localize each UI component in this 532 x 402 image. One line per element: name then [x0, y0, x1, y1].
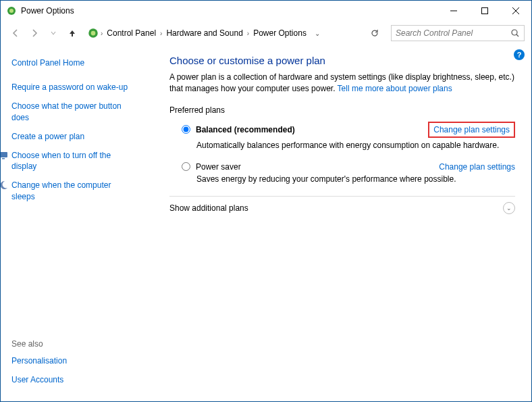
sidebar-require-password[interactable]: Require a password on wake-up	[11, 82, 133, 93]
show-additional-label: Show additional plans	[169, 203, 503, 213]
see-also-label: See also	[11, 339, 133, 349]
forward-button[interactable]	[26, 25, 43, 41]
plan-powersaver-radio-label[interactable]: Power saver	[182, 162, 439, 172]
plan-balanced-change-link[interactable]: Change plan settings	[428, 122, 515, 138]
minimize-button[interactable]	[438, 1, 469, 21]
plan-balanced-radio-label[interactable]: Balanced (recommended)	[182, 125, 428, 134]
see-also-user-accounts[interactable]: User Accounts	[11, 374, 133, 385]
chevron-right-icon[interactable]: ›	[246, 30, 250, 37]
svg-rect-3	[482, 8, 488, 14]
search-icon[interactable]	[510, 28, 520, 38]
see-also-personalisation[interactable]: Personalisation	[11, 355, 133, 366]
sleep-icon	[0, 180, 9, 191]
sidebar-sleep[interactable]: Change when the computer sleeps	[11, 180, 133, 201]
preferred-plans-label: Preferred plans	[169, 105, 515, 115]
plan-powersaver: Power saver Change plan settings Saves e…	[182, 162, 515, 184]
svg-point-8	[512, 30, 517, 35]
power-options-icon	[87, 27, 99, 39]
plan-balanced-radio[interactable]	[182, 125, 190, 134]
address-dropdown[interactable]: ⌄	[312, 30, 323, 37]
show-additional-plans[interactable]: Show additional plans ⌄	[169, 196, 515, 214]
sidebar-display-off[interactable]: Choose when to turn off the display	[11, 150, 133, 172]
plan-powersaver-desc: Saves energy by reducing your computer's…	[196, 174, 515, 184]
close-button[interactable]	[500, 1, 531, 21]
main-panel: ? Choose or customise a power plan A pow…	[144, 45, 531, 401]
plan-powersaver-change-link[interactable]: Change plan settings	[439, 162, 515, 172]
svg-rect-10	[0, 152, 7, 157]
svg-rect-11	[2, 158, 5, 159]
breadcrumb-root[interactable]: Control Panel	[104, 28, 159, 38]
plan-balanced-desc: Automatically balances performance with …	[196, 141, 515, 150]
help-icon[interactable]: ?	[514, 49, 525, 60]
navbar: › Control Panel › Hardware and Sound › P…	[1, 21, 531, 45]
display-off-icon	[0, 150, 9, 161]
page-description: A power plan is a collection of hardware…	[169, 72, 515, 95]
chevron-right-icon[interactable]: ›	[99, 30, 104, 37]
sidebar: Control Panel Home Require a password on…	[1, 45, 144, 401]
plan-balanced: Balanced (recommended) Change plan setti…	[182, 122, 515, 150]
window-title: Power Options	[21, 6, 438, 16]
breadcrumb-mid[interactable]: Hardware and Sound	[163, 28, 245, 38]
svg-point-7	[91, 31, 96, 36]
sidebar-power-button[interactable]: Choose what the power button does	[11, 101, 133, 122]
titlebar: Power Options	[1, 1, 531, 21]
plan-powersaver-radio[interactable]	[182, 162, 190, 171]
refresh-button[interactable]	[367, 25, 383, 41]
address-bar[interactable]: › Control Panel › Hardware and Sound › P…	[83, 25, 361, 41]
power-options-icon	[6, 5, 17, 16]
svg-point-1	[9, 9, 14, 13]
page-heading: Choose or customise a power plan	[169, 55, 515, 66]
plan-powersaver-name: Power saver	[196, 162, 241, 172]
tell-me-more-link[interactable]: Tell me more about power plans	[338, 84, 452, 93]
search-box[interactable]	[391, 25, 525, 41]
plan-balanced-name: Balanced (recommended)	[196, 125, 295, 134]
up-button[interactable]	[64, 25, 80, 41]
sidebar-home-link[interactable]: Control Panel Home	[11, 57, 133, 68]
chevron-down-icon[interactable]: ⌄	[503, 202, 515, 214]
svg-line-9	[516, 34, 518, 36]
search-input[interactable]	[396, 28, 510, 38]
maximize-button[interactable]	[469, 1, 500, 21]
breadcrumb-leaf[interactable]: Power Options	[250, 28, 309, 38]
sidebar-create-plan[interactable]: Create a power plan	[11, 131, 133, 142]
recent-dropdown[interactable]	[45, 25, 61, 41]
back-button[interactable]	[7, 25, 24, 41]
chevron-right-icon[interactable]: ›	[159, 30, 163, 37]
